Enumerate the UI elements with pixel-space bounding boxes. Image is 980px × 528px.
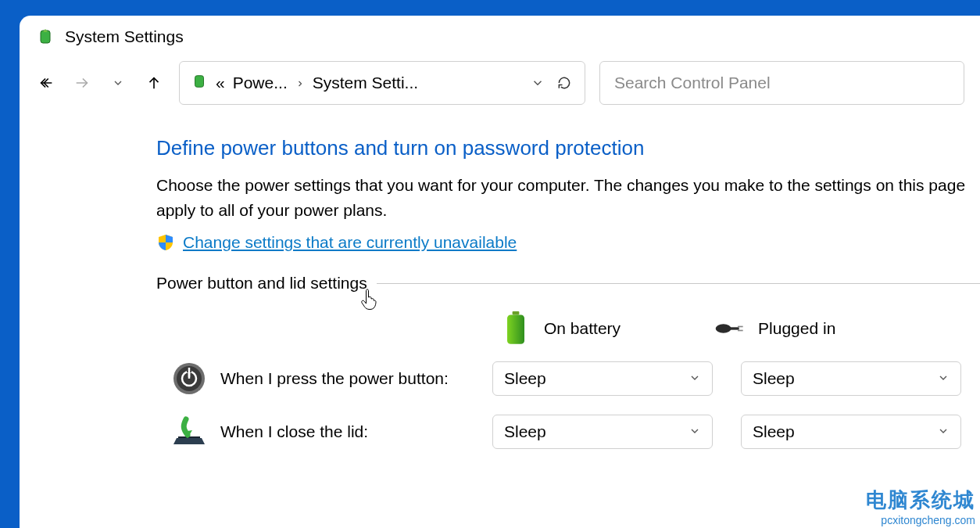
address-icon: [191, 73, 208, 94]
recent-dropdown-button[interactable]: [107, 72, 129, 94]
change-settings-row: Change settings that are currently unava…: [156, 233, 980, 252]
svg-rect-4: [513, 311, 520, 314]
dropdown-value: Sleep: [753, 422, 795, 441]
column-header-battery-label: On battery: [544, 319, 621, 338]
svg-rect-7: [730, 327, 739, 329]
address-history-button[interactable]: [528, 74, 547, 92]
battery-icon: [500, 311, 531, 346]
back-button[interactable]: [35, 72, 57, 94]
close-lid-plugged-dropdown[interactable]: Sleep: [741, 415, 961, 449]
titlebar: System Settings: [20, 16, 980, 53]
chevron-down-icon: [689, 369, 701, 388]
dropdown-value: Sleep: [504, 422, 546, 441]
forward-button[interactable]: [71, 72, 93, 94]
svg-rect-9: [738, 330, 743, 332]
page-description: Choose the power settings that you want …: [156, 173, 980, 222]
svg-rect-2: [195, 75, 204, 87]
power-button-icon: [172, 361, 206, 396]
setting-row-close-lid: When I close the lid: Sleep Sleep: [156, 415, 980, 449]
chevron-down-icon: [937, 369, 950, 388]
close-lid-battery-dropdown[interactable]: Sleep: [492, 415, 713, 449]
search-box[interactable]: [599, 61, 964, 105]
chevron-down-icon: [689, 422, 701, 441]
breadcrumb-ellipsis[interactable]: «: [216, 74, 225, 92]
window-title: System Settings: [65, 27, 184, 46]
column-header-plugged: Plugged in: [714, 311, 835, 346]
plug-icon: [714, 311, 746, 346]
section-label: Power button and lid settings: [156, 274, 367, 293]
shield-icon: [156, 233, 175, 252]
dropdown-value: Sleep: [504, 369, 546, 388]
close-lid-icon: [172, 415, 206, 449]
breadcrumb-part-1[interactable]: Powe...: [233, 74, 288, 92]
power-button-plugged-dropdown[interactable]: Sleep: [741, 361, 961, 396]
power-button-battery-dropdown[interactable]: Sleep: [492, 361, 713, 396]
section-divider: [377, 283, 980, 284]
svg-point-6: [716, 324, 731, 333]
change-settings-link[interactable]: Change settings that are currently unava…: [183, 233, 517, 252]
content: Define power buttons and turn on passwor…: [20, 113, 980, 449]
chevron-right-icon: [295, 74, 305, 92]
chevron-down-icon: [937, 422, 950, 441]
column-header-battery: On battery: [500, 311, 621, 346]
svg-rect-8: [738, 326, 743, 328]
setting-row-lid-label: When I close the lid:: [220, 422, 478, 441]
setting-row-power-button: When I press the power button: Sleep Sle…: [156, 361, 980, 396]
svg-rect-5: [507, 314, 524, 343]
refresh-button[interactable]: [555, 74, 574, 92]
dropdown-value: Sleep: [753, 369, 795, 388]
search-input[interactable]: [614, 74, 950, 92]
column-headers: On battery Plugged in: [156, 311, 980, 346]
page-heading: Define power buttons and turn on passwor…: [156, 136, 980, 160]
breadcrumb-part-2[interactable]: System Setti...: [313, 74, 418, 92]
svg-rect-0: [41, 31, 50, 43]
app-icon: [35, 27, 55, 47]
setting-row-power-label: When I press the power button:: [220, 369, 478, 388]
window: System Settings « Powe...: [20, 16, 980, 528]
toolbar: « Powe... System Setti...: [20, 53, 980, 113]
section-header: Power button and lid settings: [156, 274, 980, 293]
address-bar[interactable]: « Powe... System Setti...: [179, 61, 585, 105]
up-button[interactable]: [143, 72, 165, 94]
column-header-plugged-label: Plugged in: [758, 319, 835, 338]
